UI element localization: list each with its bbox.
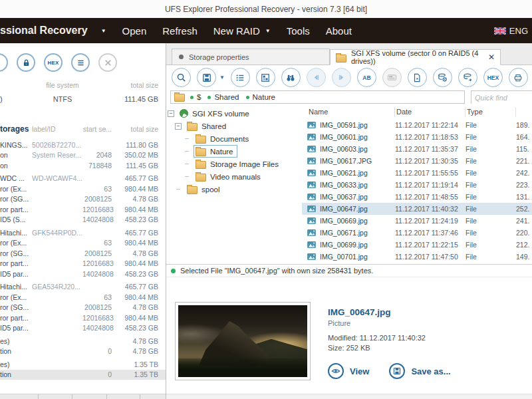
storage-row[interactable]: Hitachi... GEA534RJ20... 465.77 GB [0,282,166,293]
breadcrumb-item[interactable]: Shared [207,93,239,101]
previous-button[interactable] [307,68,326,87]
file-row[interactable]: IMG_00603.jpg 11.12.2017 11:35:37 File 1… [302,143,532,155]
quick-find-input[interactable] [471,92,532,104]
menu-about[interactable]: About [326,25,352,37]
menu-refresh[interactable]: Refresh [162,25,198,37]
tree-item[interactable]: Shared [166,120,302,132]
tree-item[interactable]: Storage Image Files [166,158,302,170]
col-date[interactable]: Date [395,107,466,117]
floppy-icon [202,73,211,82]
save-dropdown-caret-icon[interactable]: ▼ [219,74,225,80]
storage-row[interactable]: es) 4.78 GB [0,336,166,346]
hex-button[interactable]: HEX [483,68,503,87]
view-button[interactable]: View [328,363,369,379]
properties-list-button[interactable] [71,53,90,72]
tree-expander-icon[interactable] [168,110,174,117]
preview-thumbnail[interactable] [178,305,307,377]
tree-expander-icon[interactable] [184,148,190,155]
tree-item[interactable]: Video manuals [166,170,302,183]
breadcrumb-item[interactable]: Nature [246,93,276,101]
partial-button[interactable] [0,53,8,72]
encoding-button[interactable]: AB [357,68,376,87]
file-row[interactable]: IMG_00701.jpg 11.12.2017 11:47:50 File 1… [302,251,532,263]
col-type[interactable]: Type [466,107,516,117]
open-dropdown-caret-icon[interactable]: ▼ [101,28,106,34]
file-row[interactable]: IMG_00637.jpg 11.12.2017 11:48:55 File 1… [302,191,532,203]
tree-item[interactable]: Nature [166,145,302,158]
recovery-tools-button[interactable] [433,68,452,87]
col-name[interactable]: Name [307,107,395,117]
disk-image-button[interactable] [458,68,477,87]
file-row[interactable]: IMG_00647.jpg 11.12.2017 11:40:32 File 2… [302,203,532,215]
gallery-view-button[interactable] [256,68,275,87]
define-selection-button[interactable] [231,68,250,87]
lock-button[interactable] [17,53,35,72]
hex-label: HEX [487,74,499,81]
file-row[interactable]: IMG_00591.jpg 11.12.2017 11:22:14 File 1… [302,119,532,131]
storage-row[interactable]: ID5 par... 14024808 458.23 GB [0,323,166,334]
close-tab-icon[interactable]: ✕ [488,53,495,62]
right-panel-horizontal-scrollbar[interactable] [166,394,532,399]
tree-expander-icon[interactable] [184,161,190,168]
storage-row[interactable]: ror (Ex... 63 980.44 MB [0,238,166,249]
storage-size: 465.77 GB [112,174,158,182]
tab-storage-properties[interactable]: Storage properties [172,49,330,65]
file-row[interactable]: IMG_00669.jpg 11.12.2017 11:24:19 File 2… [302,215,532,227]
storage-row[interactable]: ID5 (S... 14024808 458.23 GB [0,215,166,225]
file-row[interactable]: IMG_00633.jpg 11.12.2017 11:19:14 File 2… [302,179,532,191]
file-row[interactable]: IMG_00621.jpg 11.12.2017 11:55:55 File 2… [302,167,532,179]
menu-tools[interactable]: Tools [287,25,310,37]
storage-row[interactable]: es) 1.35 TB [0,359,166,370]
report-button[interactable] [509,68,528,87]
tree-item[interactable]: spool [166,183,302,196]
save-as-button[interactable]: Save as... [389,363,450,379]
storage-row[interactable]: ror (Ex... 63 980.44 MB [0,184,166,194]
tree-expander-icon[interactable] [175,186,182,193]
find-button[interactable] [281,68,301,87]
file-row[interactable]: IMG_00617.JPG 11.12.2017 11:30:35 File 2… [302,155,532,167]
storage-name: ror (Ex... [0,185,32,193]
image-file-icon [307,170,316,176]
scan-document-button[interactable]: * [408,68,427,87]
storage-row[interactable]: ror part... 12016683 980.44 MB [0,259,166,269]
new-raid-caret-icon[interactable]: ▼ [265,28,271,34]
filesystem-row[interactable]: ) NTFS 111.45 GB [0,95,166,103]
breadcrumb-item[interactable]: $ [190,93,201,101]
storage-row[interactable]: ror (SG... 2008125 4.78 GB [0,303,166,313]
storage-row[interactable]: ror (SG... 2008125 4.78 GB [0,194,166,205]
storage-start-sector: 2008125 [82,249,112,257]
tree-expander-icon[interactable] [184,136,190,142]
file-row[interactable]: IMG_00671.jpg 11.12.2017 11:37:46 File 2… [302,227,532,239]
storage-row[interactable]: ror (Ex... 63 980.44 MB [0,292,166,303]
language-selector[interactable]: ENG [494,26,528,36]
storage-row[interactable]: WDC ... WD-WCAWF4... 465.77 GB [0,174,166,184]
tree-expander-icon[interactable] [184,174,190,180]
menu-open[interactable]: Open [122,25,147,37]
close-storage-button[interactable] [98,53,117,72]
file-row[interactable]: IMG_00699.jpg 11.12.2017 11:22:15 File 2… [302,239,532,251]
preview-button[interactable] [172,68,191,87]
storage-row[interactable]: ID5 par... 14024808 458.23 GB [0,269,166,279]
window-title: UFS Explorer Professional Recovery - ver… [165,5,367,14]
col-size[interactable] [516,107,532,117]
storage-row[interactable]: ror part... 12016683 980.44 MB [0,204,166,215]
file-row[interactable]: IMG_00601.jpg 11.12.2017 11:18:53 File 1… [302,131,532,143]
storage-row[interactable]: on System Reser... 2048 350.02 MB [0,150,166,161]
storage-row[interactable]: ror (SG... 2008125 4.78 GB [0,248,166,259]
save-button[interactable] [197,68,216,87]
menu-new-raid[interactable]: New RAID [213,25,260,37]
info-card-button[interactable] [382,68,402,87]
storage-row[interactable]: ror part... 12016683 980.44 MB [0,313,166,323]
tree-item[interactable]: SGI XFS volume [166,107,302,120]
storage-row[interactable]: tion 0 1.35 TB [0,370,166,380]
storage-row[interactable]: tion 0 4.78 GB [0,346,166,357]
storage-row[interactable]: Hitachi... GFK544RP0D... 465.77 GB [0,227,166,238]
tree-expander-icon[interactable] [175,123,182,130]
storage-row[interactable]: on 718848 111.45 GB [0,160,166,171]
next-button[interactable] [332,68,351,87]
storage-row[interactable]: KINGS... 50026B72270... 111.80 GB [0,140,166,150]
tab-sgi-xfs-volume[interactable]: SGI XFS volume (sector 0 on RAID5 (4 dri… [330,49,501,65]
tree-item[interactable]: Documents [166,132,302,145]
hex-view-button[interactable]: HEX [44,53,63,72]
left-panel-horizontal-scrollbar[interactable] [0,394,166,399]
